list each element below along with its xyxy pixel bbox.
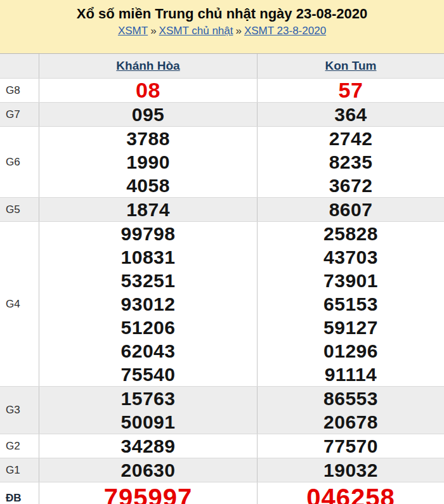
- prize-number: 34289: [39, 434, 257, 458]
- prize-values-kon-tum: 046258: [258, 482, 444, 504]
- prize-number: 1990: [39, 150, 257, 174]
- prize-number: 73901: [258, 269, 444, 292]
- prize-row-ĐB: ĐB795997046258: [0, 482, 444, 504]
- prize-row-G4: G499798108315325193012512066204375540258…: [0, 222, 444, 387]
- prize-number: 1874: [39, 198, 257, 221]
- prize-number: 77570: [258, 434, 444, 458]
- results-table: Khánh Hòa Kon Tum G80857G7095364G6378819…: [0, 53, 444, 504]
- prize-values-kon-tum: 8607: [258, 198, 444, 221]
- prize-number: 2742: [258, 127, 444, 150]
- prize-number: 15763: [39, 387, 257, 410]
- prize-values-khanh-hoa: 795997: [39, 482, 258, 504]
- prize-number: 91114: [258, 363, 444, 386]
- column-header-khanh-hoa: Khánh Hòa: [39, 54, 258, 78]
- prize-row-G1: G12063019032: [0, 458, 444, 482]
- province-link-kon-tum[interactable]: Kon Tum: [325, 59, 377, 72]
- prize-values-khanh-hoa: 08: [39, 79, 258, 102]
- prize-number: 59127: [258, 316, 444, 339]
- prize-number: 01296: [258, 339, 444, 363]
- prize-label: G3: [0, 387, 39, 434]
- prize-values-kon-tum: 8655320678: [258, 387, 444, 434]
- prize-values-khanh-hoa: 1874: [39, 198, 258, 221]
- prize-number: 86553: [258, 387, 444, 410]
- prize-values-kon-tum: 25828437037390165153591270129691114: [258, 222, 444, 386]
- column-header-kon-tum: Kon Tum: [258, 54, 444, 78]
- prize-number: 08: [39, 79, 257, 102]
- prize-number: 20630: [39, 458, 257, 482]
- prize-values-khanh-hoa: 34289: [39, 434, 258, 458]
- prize-row-G8: G80857: [0, 79, 444, 103]
- prize-number: 53251: [39, 269, 257, 292]
- prize-values-kon-tum: 19032: [258, 458, 444, 482]
- prize-label: G2: [0, 434, 39, 458]
- prize-row-G3: G315763500918655320678: [0, 387, 444, 434]
- results-rows: G80857G7095364G6378819904058274282353672…: [0, 79, 444, 504]
- prize-number: 3788: [39, 127, 257, 150]
- prize-row-G7: G7095364: [0, 103, 444, 127]
- prize-number: 795997: [39, 482, 257, 504]
- prize-row-G6: G6378819904058274282353672: [0, 127, 444, 198]
- prize-number: 62043: [39, 339, 257, 363]
- prize-number: 65153: [258, 292, 444, 316]
- prize-number: 19032: [258, 458, 444, 482]
- prize-values-khanh-hoa: 1576350091: [39, 387, 258, 434]
- breadcrumb: XSMT»XSMT chủ nhật»XSMT 23-8-2020: [0, 24, 444, 38]
- page-title: Xổ số miền Trung chủ nhật ngày 23-08-202…: [0, 6, 444, 22]
- prize-label: G8: [0, 79, 39, 102]
- prize-label: G1: [0, 458, 39, 482]
- prize-number: 25828: [258, 222, 444, 245]
- prize-values-kon-tum: 364: [258, 103, 444, 126]
- prize-values-khanh-hoa: 095: [39, 103, 258, 126]
- corner-cell: [0, 54, 39, 78]
- prize-label: G4: [0, 222, 39, 386]
- prize-number: 095: [39, 103, 257, 126]
- prize-number: 51206: [39, 316, 257, 339]
- lottery-results-page: Xổ số miền Trung chủ nhật ngày 23-08-202…: [0, 0, 444, 504]
- prize-label: G6: [0, 127, 39, 197]
- prize-row-G5: G518748607: [0, 198, 444, 222]
- prize-number: 10831: [39, 245, 257, 269]
- prize-values-kon-tum: 274282353672: [258, 127, 444, 197]
- prize-values-kon-tum: 57: [258, 79, 444, 102]
- prize-number: 57: [258, 79, 444, 102]
- prize-number: 20678: [258, 410, 444, 434]
- prize-values-khanh-hoa: 378819904058: [39, 127, 258, 197]
- prize-number: 93012: [39, 292, 257, 316]
- breadcrumb-link-xsmt-chu-nhat[interactable]: XSMT chủ nhật: [159, 25, 233, 37]
- prize-label: ĐB: [0, 482, 39, 504]
- page-header: Xổ số miền Trung chủ nhật ngày 23-08-202…: [0, 0, 444, 53]
- prize-label: G7: [0, 103, 39, 126]
- prize-values-khanh-hoa: 99798108315325193012512066204375540: [39, 222, 258, 386]
- prize-values-kon-tum: 77570: [258, 434, 444, 458]
- prize-values-khanh-hoa: 20630: [39, 458, 258, 482]
- prize-number: 8235: [258, 150, 444, 174]
- prize-label: G5: [0, 198, 39, 221]
- prize-number: 4058: [39, 174, 257, 197]
- breadcrumb-link-xsmt[interactable]: XSMT: [118, 25, 148, 37]
- prize-number: 75540: [39, 363, 257, 386]
- prize-number: 8607: [258, 198, 444, 221]
- prize-number: 99798: [39, 222, 257, 245]
- prize-number: 364: [258, 103, 444, 126]
- province-link-khanh-hoa[interactable]: Khánh Hòa: [116, 59, 180, 72]
- prize-number: 50091: [39, 410, 257, 434]
- prize-row-G2: G23428977570: [0, 434, 444, 458]
- prize-number: 43703: [258, 245, 444, 269]
- breadcrumb-separator: »: [148, 25, 159, 37]
- prize-number: 3672: [258, 174, 444, 197]
- breadcrumb-separator: »: [233, 25, 244, 37]
- prize-number: 046258: [258, 482, 444, 504]
- breadcrumb-link-xsmt-date[interactable]: XSMT 23-8-2020: [244, 25, 326, 37]
- table-header-row: Khánh Hòa Kon Tum: [0, 54, 444, 79]
